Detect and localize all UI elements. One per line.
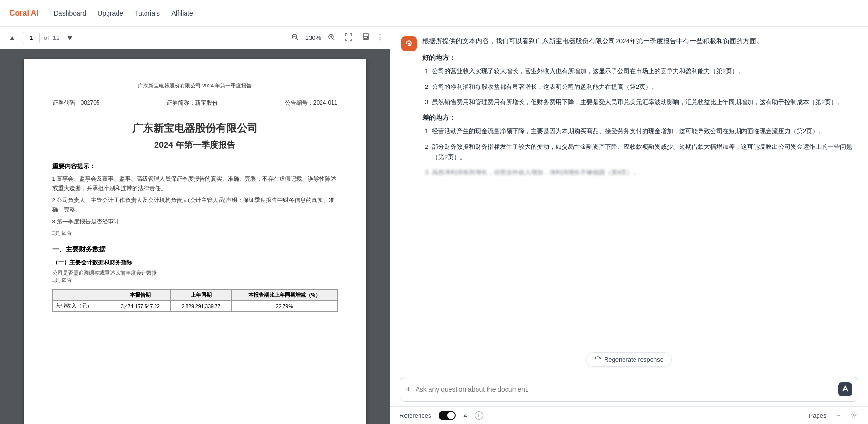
pdf-p3-sub: □是 ☑否	[52, 230, 338, 237]
regenerate-label: Regenerate response	[604, 356, 663, 363]
svg-line-1	[296, 38, 298, 40]
send-icon	[842, 385, 848, 394]
zoom-out-button[interactable]	[288, 31, 302, 45]
svg-point-13	[408, 43, 410, 45]
list-item: 虽然净利润有所增长，但营业外收入增加，净利润增长不够稳固（第9页）。	[432, 167, 857, 178]
zoom-in-icon	[328, 33, 335, 43]
page-separator: of	[44, 34, 49, 41]
pdf-scroll[interactable]: 广东新宝电器股份有限公司 2024 年第一季度报告 证券代码：002705 证券…	[0, 49, 390, 424]
table-cell-current: 3,474,157,547.22	[110, 300, 171, 311]
list-item: 部分财务数据和财务指标发生了较大的变动，如交易性金融资产下降、应收款项融资减少、…	[432, 142, 857, 163]
plus-icon: +	[406, 385, 411, 395]
zoom-in-button[interactable]	[325, 31, 338, 45]
pdf-page: 广东新宝电器股份有限公司 2024 年第一季度报告 证券代码：002705 证券…	[24, 59, 366, 424]
avatar	[401, 36, 417, 51]
table-cell-change: 22.79%	[231, 300, 337, 311]
references-count: 4	[463, 412, 467, 419]
page-total: 12	[53, 34, 59, 41]
references-label: References	[400, 412, 431, 419]
nav-tutorials[interactable]: Tutorials	[135, 8, 160, 19]
toggle-knob	[447, 412, 455, 419]
pdf-table: 本报告期 上年同期 本报告期比上年同期增减（%） 营业收入（元） 3,474,1…	[52, 289, 338, 312]
ai-messages[interactable]: 根据所提供的文本内容，我们可以看到广东新宝电器股份有限公司2024年第一季度报告…	[390, 27, 868, 349]
pdf-section1-sub: （一）主要会计数据和财务指标	[52, 259, 338, 267]
svg-line-4	[333, 38, 335, 40]
pdf-table-note: 公司是否需追溯调整或重述以前年度会计数据	[52, 270, 338, 277]
ai-bubble: 根据所提供的文本内容，我们可以看到广东新宝电器股份有限公司2024年第一季度报告…	[422, 36, 857, 183]
top-nav: Coral AI Dashboard Upgrade Tutorials Aff…	[0, 0, 868, 27]
ai-input-wrap: +	[390, 372, 868, 406]
regenerate-icon	[595, 356, 601, 364]
pdf-important-heading: 重要内容提示：	[52, 162, 338, 171]
references-toggle[interactable]	[439, 411, 456, 420]
ai-message: 根据所提供的文本内容，我们可以看到广东新宝电器股份有限公司2024年第一季度报告…	[401, 36, 857, 183]
pdf-table-wrap: 本报告期 上年同期 本报告期比上年同期增减（%） 营业收入（元） 3,474,1…	[52, 289, 338, 312]
brand-logo: Coral AI	[10, 9, 39, 18]
pdf-table-note-sub: □是 ☑否	[52, 277, 338, 284]
add-attachment-button[interactable]: +	[406, 385, 411, 395]
svg-point-10	[380, 34, 381, 35]
pdf-title-main: 广东新宝电器股份有限公司	[52, 121, 338, 135]
pages-label: Pages	[809, 412, 827, 419]
svg-point-9	[367, 37, 368, 38]
ai-bad-list: 经营活动产生的现金流量净额下降，主要是因为本期购买商品、接受劳务支付的现金增加，…	[422, 126, 857, 178]
table-header-3: 本报告期比上年同期增减（%）	[231, 289, 337, 300]
table-cell-prev: 2,829,291,339.77	[171, 300, 232, 311]
nav-upgrade[interactable]: Upgrade	[98, 8, 123, 19]
pdf-p1: 1.董事会、监事会及董事、监事、高级管理人员保证季度报告的真实、准确、完整，不存…	[52, 174, 338, 193]
page-number-input[interactable]	[23, 32, 40, 44]
next-page-button[interactable]: ▼	[63, 32, 77, 44]
svg-point-12	[380, 39, 381, 41]
more-options-button[interactable]	[376, 31, 384, 44]
table-header-0	[52, 289, 110, 300]
table-header-1: 本报告期	[110, 289, 171, 300]
ai-bad-heading: 差的地方：	[422, 112, 857, 123]
ai-input-box: +	[400, 377, 858, 402]
pdf-header-text: 广东新宝电器股份有限公司 2024 年第一季度报告	[52, 82, 338, 89]
table-header-2: 上年同期	[171, 289, 232, 300]
print-button[interactable]	[359, 31, 372, 44]
zoom-level: 130%	[305, 34, 321, 41]
pdf-toolbar: ▲ of 12 ▼ 130%	[0, 27, 390, 49]
table-row: 营业收入（元） 3,474,157,547.22 2,829,291,339.7…	[52, 300, 337, 311]
pdf-meta-num: 公告编号：2024-011	[285, 99, 338, 107]
nav-affiliate[interactable]: Affiliate	[171, 8, 193, 19]
list-item: 经营活动产生的现金流量净额下降，主要是因为本期购买商品、接受劳务支付的现金增加，…	[432, 126, 857, 136]
ai-panel: 根据所提供的文本内容，我们可以看到广东新宝电器股份有限公司2024年第一季度报告…	[390, 27, 868, 424]
send-button[interactable]	[838, 382, 852, 396]
pdf-p2: 2.公司负责人、主管会计工作负责人及会计机构负责人(会计主管人员)声明：保证季度…	[52, 196, 338, 214]
pdf-p3: 3.第一季度报告是否经审计	[52, 217, 338, 227]
prev-page-button[interactable]: ▲	[6, 32, 19, 44]
pdf-meta-code: 证券代码：002705	[52, 99, 100, 107]
list-item: 公司的营业收入实现了较大增长，营业外收入也有所增加，这显示了公司在市场上的竞争力…	[432, 66, 857, 77]
ai-good-heading: 好的地方：	[422, 52, 857, 63]
chevron-down-icon: ▼	[66, 34, 74, 42]
svg-point-15	[854, 414, 856, 416]
pdf-panel: ▲ of 12 ▼ 130%	[0, 27, 390, 424]
svg-point-11	[380, 37, 381, 38]
pdf-meta: 证券代码：002705 证券简称：新宝股份 公告编号：2024-011	[52, 99, 338, 107]
pages-settings-icon[interactable]	[851, 411, 858, 420]
pages-dash: −	[837, 412, 840, 419]
table-cell-label: 营业收入（元）	[52, 300, 110, 311]
chat-input[interactable]	[416, 385, 833, 393]
ai-bottom-bar: References 4 i Pages −	[390, 406, 868, 424]
main-area: ▲ of 12 ▼ 130%	[0, 27, 868, 424]
regenerate-button[interactable]: Regenerate response	[586, 352, 672, 367]
expand-button[interactable]	[342, 31, 355, 44]
ai-intro-text: 根据所提供的文本内容，我们可以看到广东新宝电器股份有限公司2024年第一季度报告…	[422, 36, 857, 47]
pdf-meta-abbr: 证券简称：新宝股份	[166, 99, 218, 107]
pdf-section1-title: 一、主要财务数据	[52, 245, 338, 254]
references-info-icon[interactable]: i	[475, 411, 483, 420]
regen-bar: Regenerate response	[390, 349, 868, 372]
nav-dashboard[interactable]: Dashboard	[54, 8, 87, 19]
ai-good-list: 公司的营业收入实现了较大增长，营业外收入也有所增加，这显示了公司在市场上的竞争力…	[422, 66, 857, 107]
list-item: 公司的净利润和每股收益都有显著增长，这表明公司的盈利能力在提高（第2页）。	[432, 82, 857, 92]
zoom-out-icon	[291, 33, 299, 43]
pdf-title-sub: 2024 年第一季度报告	[52, 139, 338, 151]
chevron-up-icon: ▲	[9, 34, 16, 42]
svg-rect-8	[364, 38, 367, 39]
list-item: 虽然销售费用和管理费用有所增长，但财务费用下降，主要是受人民币兑美元汇率波动影响…	[432, 97, 857, 107]
